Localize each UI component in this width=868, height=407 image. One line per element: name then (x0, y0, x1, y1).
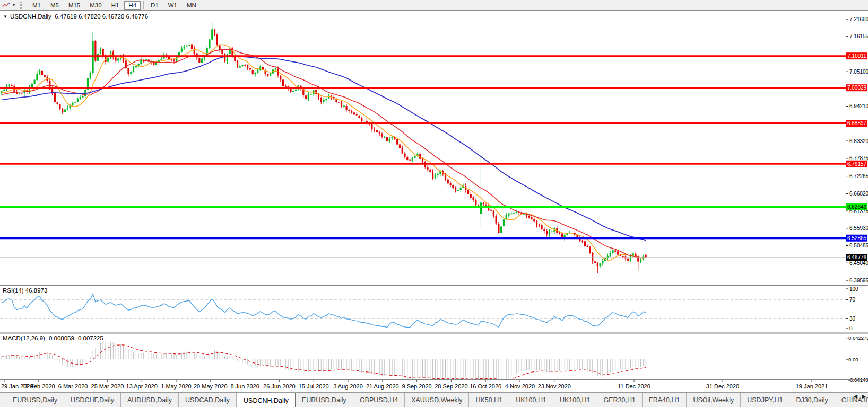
symbol-tab-usoil-weekly[interactable]: USOil,Weekly (687, 393, 741, 407)
toolbar-separator (143, 1, 144, 9)
macd-scale-label: 0.042275 (848, 335, 868, 341)
rsi-scale-label: 100 (849, 286, 858, 292)
price-tick-label: 6.66820 (849, 191, 868, 197)
symbol-tab-dj30-daily[interactable]: DJ30,Daily (789, 393, 835, 407)
symbol-tab-eurusd-daily[interactable]: EURUSD,Daily (296, 393, 353, 407)
price-level-label: 6.88897 (847, 120, 867, 126)
timeframe-button-h4[interactable]: H4 (124, 1, 141, 10)
chart-dropdown-icon[interactable]: ▼ (3, 14, 7, 19)
date-label: 9 Sep 2020 (402, 383, 431, 390)
timeframe-button-m5[interactable]: M5 (46, 1, 63, 10)
date-label: 23 Nov 2020 (538, 383, 571, 390)
rsi-scale-label: 30 (849, 316, 856, 322)
price-tick-label: 6.55930 (849, 225, 868, 231)
date-label: 3 Aug 2020 (333, 383, 363, 390)
price-tick-label: 6.94210 (849, 103, 868, 109)
date-label: 1 May 2020 (161, 383, 191, 390)
timeframe-button-m15[interactable]: M15 (64, 1, 84, 10)
tab-scroll-arrows: ◀ ▶ (854, 393, 866, 399)
dropdown-caret-icon: ▼ (12, 3, 16, 7)
price-tick-label: 6.45040 (849, 260, 868, 266)
macd-scale-label: 0.00 (848, 357, 858, 362)
chart-ohlc-values: 6.47619 6.47820 6.46720 6.46776 (55, 13, 148, 20)
rsi-indicator-label: RSI(14) 46.8973 (3, 287, 47, 294)
symbol-tab-uk100-h1[interactable]: UK100,H1 (553, 393, 597, 407)
symbol-tab-uk100-h1[interactable]: UK100,H1 (509, 393, 553, 407)
symbol-tab-fra40-h1[interactable]: FRA40,H1 (643, 393, 687, 407)
date-label: 21 Aug 2020 (366, 383, 399, 390)
tab-scroll-left-icon[interactable]: ◀ (854, 393, 858, 399)
current-price-label: 6.46776 (847, 254, 867, 260)
symbol-tab-audusd-daily[interactable]: AUDUSD,Daily (121, 393, 179, 407)
price-tick-label: 6.50485 (849, 243, 868, 249)
timeframe-button-m30[interactable]: M30 (85, 1, 106, 10)
symbol-tab-hk50-h1[interactable]: HK50,H1 (469, 393, 509, 407)
toolbar-grip[interactable] (20, 2, 24, 9)
date-label: 11 Dec 2020 (618, 383, 650, 390)
timeframe-button-h1[interactable]: H1 (107, 1, 124, 10)
timeframe-button-w1[interactable]: W1 (164, 1, 181, 10)
date-label: 17 Feb 2020 (22, 383, 55, 390)
date-label: 20 May 2020 (194, 383, 228, 390)
symbol-tab-usdchf-daily[interactable]: USDCHF,Daily (64, 393, 121, 407)
symbol-tabs-bar: EURUSD,DailyUSDCHF,DailyAUDUSD,DailyUSDC… (0, 392, 868, 407)
timeframe-button-mn[interactable]: MN (183, 1, 201, 10)
date-label: 4 Nov 2020 (505, 383, 535, 390)
rsi-scale-label: 70 (849, 297, 856, 303)
date-label: 19 Jan 2021 (796, 383, 828, 390)
macd-indicator-label: MACD(12,26,9) -0.008059 -0.007225 (3, 335, 103, 341)
price-level-label: 7.00029 (847, 85, 867, 91)
price-level-label: 6.52865 (847, 235, 867, 241)
chart-canvas[interactable]: 7.216007.161557.051006.942106.833206.778… (0, 0, 868, 392)
symbol-tab-usdcnh-daily[interactable]: USDCNH,Daily (237, 393, 296, 407)
price-tick-label: 6.39595 (849, 278, 868, 284)
chart-background (0, 11, 868, 392)
rsi-scale-label: 0 (849, 325, 853, 331)
symbol-tab-usdcad-daily[interactable]: USDCAD,Daily (179, 393, 237, 407)
chart-symbol-label: USDCNH,Daily (10, 13, 51, 20)
price-level-label: 7.10011 (847, 53, 866, 59)
date-label: 15 Jul 2020 (299, 383, 329, 390)
price-level-label: 6.62646 (847, 204, 867, 210)
price-tick-label: 7.16155 (849, 33, 868, 39)
date-label: 16 Oct 2020 (470, 383, 501, 390)
symbol-tab-ger30-h1[interactable]: GER30,H1 (597, 393, 643, 407)
tab-scroll-right-icon[interactable]: ▶ (862, 393, 866, 399)
date-label: 13 Apr 2020 (126, 383, 158, 390)
date-label: 6 Mar 2020 (58, 383, 88, 390)
date-label: 25 Mar 2020 (91, 383, 124, 390)
price-level-label: 6.76157 (847, 161, 867, 167)
indicator-icon[interactable]: ▼ (0, 1, 18, 10)
timeframe-button-d1[interactable]: D1 (146, 1, 163, 10)
price-tick-label: 7.21600 (849, 16, 868, 22)
price-tick-label: 7.05100 (849, 69, 868, 75)
top-toolbar: ▼ M1M5M15M30H1H4D1W1MN (0, 0, 868, 11)
timeframe-button-m1[interactable]: M1 (28, 1, 45, 10)
price-tick-label: 6.72265 (849, 173, 868, 179)
chart-title: ▼USDCNH,Daily 6.47619 6.47820 6.46720 6.… (3, 13, 148, 20)
symbol-tab-xauusd-weekly[interactable]: XAUUSD,Weekly (405, 393, 469, 407)
price-tick-label: 6.83320 (849, 138, 868, 144)
date-label: 26 Jun 2020 (263, 383, 296, 390)
date-label: 28 Sep 2020 (435, 383, 467, 390)
symbol-tab-usdjpy-h1[interactable]: USDJPY,H1 (741, 393, 789, 407)
symbol-tab-eurusd-daily[interactable]: EURUSD,Daily (6, 393, 64, 407)
date-label: 8 Jun 2020 (230, 383, 259, 390)
date-label: 31 Dec 2020 (706, 383, 739, 390)
symbol-tab-gbpusd-h4[interactable]: GBPUSD,H4 (353, 393, 405, 407)
